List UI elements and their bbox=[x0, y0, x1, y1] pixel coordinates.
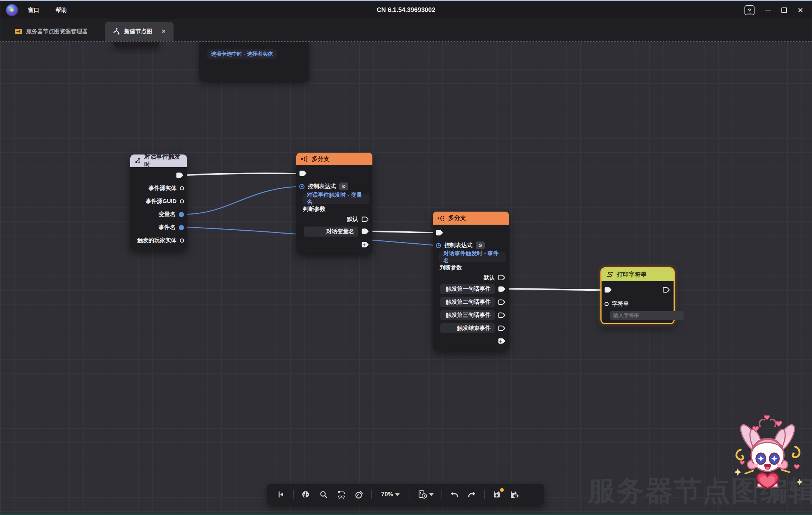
exec-output-pin[interactable] bbox=[663, 287, 671, 293]
search-button[interactable] bbox=[316, 487, 331, 502]
exec-output-pin[interactable] bbox=[362, 216, 369, 223]
broadcast-icon bbox=[355, 490, 364, 499]
add-case-button[interactable]: + bbox=[362, 241, 369, 248]
save-icon bbox=[492, 490, 501, 499]
node-header[interactable]: 对话事件触发时 bbox=[130, 154, 187, 167]
zoom-level-value: 70% bbox=[381, 491, 393, 498]
control-expression-pin[interactable] bbox=[436, 243, 441, 248]
string-node-icon bbox=[606, 271, 613, 278]
comment-button[interactable] bbox=[298, 487, 313, 502]
help-icon[interactable]: ? bbox=[744, 5, 755, 15]
branch-node-icon bbox=[301, 156, 308, 162]
data-output-pin[interactable] bbox=[180, 186, 184, 190]
exec-output-pin[interactable] bbox=[498, 312, 506, 319]
expression-chip[interactable]: 选项卡选中时 - 选择者实体 bbox=[207, 49, 277, 59]
output-label: 事件源实体 bbox=[149, 185, 177, 192]
gear-icon[interactable]: ⚙ bbox=[476, 241, 485, 249]
node-header[interactable]: 打印字符串 bbox=[602, 268, 674, 281]
redo-button[interactable] bbox=[464, 487, 480, 502]
broadcast-button[interactable] bbox=[352, 487, 367, 502]
output-label: 事件名 bbox=[159, 224, 175, 231]
exec-input-pin[interactable] bbox=[436, 230, 444, 236]
node-graph-icon bbox=[112, 28, 121, 35]
node-title: 多分支 bbox=[448, 214, 466, 222]
exec-output-pin[interactable] bbox=[176, 172, 184, 179]
variables-button[interactable]: {x} bbox=[334, 487, 349, 502]
node-print-string[interactable]: 打印字符串 字符串 bbox=[600, 267, 675, 324]
tab-label: 新建节点图 bbox=[124, 28, 152, 35]
case-chip[interactable]: 触发第三句话事件 bbox=[440, 310, 495, 320]
toolbar-divider bbox=[409, 490, 409, 499]
graph-canvas[interactable]: 服务器节点图编辑 选项卡选中时 - 选择者实体 对话事件触发时 bbox=[0, 42, 812, 514]
node-header[interactable]: 多分支 bbox=[433, 212, 509, 225]
undo-button[interactable] bbox=[446, 487, 462, 502]
data-output-pin-connected[interactable] bbox=[179, 212, 184, 217]
go-to-start-button[interactable] bbox=[273, 487, 289, 502]
app-window: 窗口 帮助 CN 6.1.54.39693002 ? ✕ 服务器节点图资源管理器 bbox=[0, 0, 812, 515]
history-dropdown[interactable] bbox=[413, 487, 437, 502]
case-chip[interactable]: 触发第二句话事件 bbox=[440, 297, 495, 307]
variables-icon: {x} bbox=[337, 490, 346, 499]
case-chip[interactable]: 触发第一句话事件 bbox=[440, 284, 495, 294]
save-as-button[interactable] bbox=[507, 487, 522, 502]
control-expression-pin[interactable] bbox=[299, 184, 304, 189]
maximize-icon[interactable] bbox=[781, 7, 787, 13]
menu-window[interactable]: 窗口 bbox=[28, 7, 39, 14]
save-button[interactable] bbox=[489, 487, 505, 502]
exec-output-pin[interactable] bbox=[498, 274, 506, 281]
node-multibranch-variable[interactable]: 多分支 控制表达式 ⚙ 对话事件触发时 - 变量名 判断参数 默认 bbox=[296, 153, 372, 253]
close-icon[interactable]: ✕ bbox=[797, 7, 803, 14]
toolbar-divider bbox=[293, 490, 294, 499]
param-label: 判断参数 bbox=[303, 206, 325, 213]
case-chip[interactable]: 触发结束事件 bbox=[440, 323, 495, 333]
param-label: 判断参数 bbox=[440, 264, 462, 271]
zoom-level-dropdown[interactable]: 70% bbox=[376, 487, 405, 502]
data-output-pin-connected[interactable] bbox=[179, 225, 184, 230]
node-dialog-event[interactable]: 对话事件触发时 事件源实体 事件源GUID 变量名 事件名 bbox=[130, 154, 187, 250]
titlebar: 窗口 帮助 CN 6.1.54.39693002 ? ✕ bbox=[0, 1, 812, 19]
chevron-down-icon bbox=[395, 493, 400, 496]
string-input-pin[interactable] bbox=[605, 302, 609, 306]
comment-icon bbox=[301, 490, 310, 499]
tab-resource-explorer[interactable]: 服务器节点图资源管理器 bbox=[7, 22, 95, 41]
default-label: 默认 bbox=[347, 216, 358, 223]
data-output-pin[interactable] bbox=[180, 199, 184, 203]
window-title: CN 6.1.54.39693002 bbox=[0, 6, 812, 14]
redo-icon bbox=[468, 490, 477, 499]
exec-input-pin[interactable] bbox=[605, 287, 612, 293]
partial-node-tab-selected[interactable]: 选项卡选中时 - 选择者实体 bbox=[199, 42, 309, 81]
node-title: 对话事件触发时 bbox=[144, 153, 182, 169]
node-multibranch-event[interactable]: 多分支 控制表达式 ⚙ 对话事件触发时 - 事件名 判断参数 默认 bbox=[433, 212, 509, 350]
tab-new-node-graph[interactable]: 新建节点图 ✕ bbox=[105, 22, 174, 41]
node-header[interactable]: 多分支 bbox=[296, 153, 372, 165]
go-to-start-icon bbox=[277, 490, 285, 499]
data-output-pin[interactable] bbox=[180, 238, 184, 243]
expression-chip[interactable]: 对话事件触发时 - 变量名 bbox=[303, 194, 369, 204]
partial-node-top[interactable] bbox=[113, 42, 159, 47]
gear-icon[interactable]: ⚙ bbox=[339, 182, 348, 190]
tab-label: 服务器节点图资源管理器 bbox=[26, 28, 88, 35]
menu-bar: 窗口 帮助 bbox=[28, 7, 67, 14]
case-chip[interactable]: 对话变量名 bbox=[304, 227, 358, 237]
add-case-button[interactable]: + bbox=[498, 338, 506, 344]
minimize-icon[interactable] bbox=[765, 10, 771, 10]
exec-input-pin[interactable] bbox=[299, 170, 307, 177]
exec-output-pin-connected[interactable] bbox=[362, 228, 369, 235]
exec-output-pin-connected[interactable] bbox=[498, 286, 506, 293]
expression-chip[interactable]: 对话事件触发时 - 事件名 bbox=[439, 252, 506, 262]
tab-close-icon[interactable]: ✕ bbox=[161, 28, 166, 35]
string-input-field[interactable] bbox=[610, 311, 684, 320]
resource-explorer-icon bbox=[15, 28, 22, 35]
window-controls: ? ✕ bbox=[744, 5, 806, 15]
toolbar-divider bbox=[371, 490, 372, 499]
chevron-down-icon bbox=[429, 493, 434, 496]
exec-output-pin[interactable] bbox=[498, 299, 506, 306]
canvas-toolbar: {x} 70% bbox=[267, 484, 544, 505]
exec-output-pin[interactable] bbox=[498, 325, 506, 332]
mascot-character bbox=[731, 409, 804, 495]
menu-help[interactable]: 帮助 bbox=[56, 7, 67, 14]
search-icon bbox=[319, 490, 328, 499]
default-label: 默认 bbox=[484, 274, 495, 281]
save-as-icon bbox=[510, 490, 519, 499]
node-title: 多分支 bbox=[312, 155, 330, 163]
